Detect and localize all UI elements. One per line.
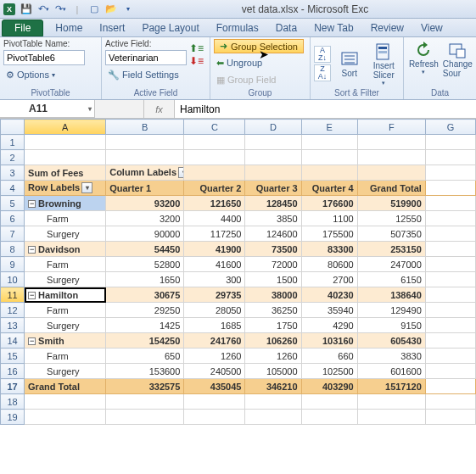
cell[interactable]: 35940: [301, 303, 357, 318]
cell[interactable]: 153600: [106, 364, 184, 379]
cell[interactable]: 176600: [301, 196, 357, 211]
cell[interactable]: [357, 135, 425, 150]
cell[interactable]: 253150: [357, 242, 425, 257]
cell[interactable]: 601600: [357, 364, 425, 379]
cell[interactable]: 6150: [357, 272, 425, 287]
cell[interactable]: Farm: [25, 303, 106, 318]
filter-icon[interactable]: ▾: [81, 182, 92, 193]
cell[interactable]: [357, 165, 425, 181]
tab-file[interactable]: File: [2, 20, 43, 36]
cell[interactable]: Farm: [25, 257, 106, 272]
cell[interactable]: 240500: [184, 364, 245, 379]
cell[interactable]: Quarter 1: [106, 181, 184, 196]
row-header[interactable]: 7: [1, 226, 25, 242]
cell[interactable]: [425, 272, 475, 287]
options-button[interactable]: ⚙ Options ▾: [3, 67, 85, 82]
cell[interactable]: 519900: [357, 196, 425, 211]
cell[interactable]: 129490: [357, 303, 425, 318]
col-header-D[interactable]: D: [245, 120, 301, 135]
cell[interactable]: [425, 135, 475, 150]
collapse-field-icon[interactable]: ⬇≡: [189, 55, 204, 67]
cell[interactable]: 105000: [245, 364, 301, 379]
cell[interactable]: [25, 135, 106, 150]
cell[interactable]: 138640: [357, 287, 425, 303]
cell[interactable]: 3830: [357, 349, 425, 364]
row-header[interactable]: 5: [1, 196, 25, 211]
cell[interactable]: 1685: [184, 318, 245, 333]
cell[interactable]: 346210: [245, 379, 301, 394]
cell[interactable]: 90000: [106, 226, 184, 242]
cell[interactable]: [245, 135, 301, 150]
cell[interactable]: [425, 379, 475, 394]
col-header-F[interactable]: F: [357, 120, 425, 135]
cell[interactable]: Sum of Fees: [25, 165, 106, 181]
undo-icon[interactable]: ↶▾: [36, 2, 51, 17]
row-header[interactable]: 13: [1, 318, 25, 333]
cell[interactable]: Row Labels▾: [25, 181, 106, 196]
cell[interactable]: 403290: [301, 379, 357, 394]
cell[interactable]: 1500: [245, 272, 301, 287]
cell[interactable]: [106, 135, 184, 150]
cell[interactable]: 175500: [301, 226, 357, 242]
cell[interactable]: [301, 165, 357, 181]
cell[interactable]: Surgery: [25, 364, 106, 379]
cell[interactable]: [245, 410, 301, 425]
cell[interactable]: 83300: [301, 242, 357, 257]
tab-page-layout[interactable]: Page Layout: [133, 20, 207, 36]
cell[interactable]: [357, 410, 425, 425]
cell[interactable]: 117250: [184, 226, 245, 242]
spreadsheet-grid[interactable]: A B C D E F G 123Sum of FeesColumn Label…: [0, 119, 476, 425]
cell[interactable]: −Davidson: [25, 242, 106, 257]
cell[interactable]: [425, 150, 475, 165]
cell[interactable]: Quarter 4: [301, 181, 357, 196]
cell[interactable]: 605430: [357, 333, 425, 349]
cell[interactable]: [184, 394, 245, 410]
sort-asc-button[interactable]: AZ↓: [314, 46, 331, 63]
cell[interactable]: 1517120: [357, 379, 425, 394]
cell[interactable]: [425, 394, 475, 410]
cell[interactable]: 332575: [106, 379, 184, 394]
cell[interactable]: 41900: [184, 242, 245, 257]
refresh-button[interactable]: Refresh▾: [407, 39, 440, 75]
cell[interactable]: [245, 150, 301, 165]
row-header[interactable]: 10: [1, 272, 25, 287]
collapse-icon[interactable]: −: [28, 292, 36, 299]
row-header[interactable]: 9: [1, 257, 25, 272]
cell[interactable]: 1425: [106, 318, 184, 333]
cell[interactable]: 93200: [106, 196, 184, 211]
tab-insert[interactable]: Insert: [91, 20, 133, 36]
save-icon[interactable]: 💾: [19, 2, 34, 17]
cell[interactable]: [357, 150, 425, 165]
cell[interactable]: [425, 287, 475, 303]
cell[interactable]: 3850: [245, 211, 301, 226]
row-header[interactable]: 17: [1, 379, 25, 394]
name-box[interactable]: A11 ▾: [0, 100, 95, 118]
cell[interactable]: [184, 410, 245, 425]
cell[interactable]: [425, 196, 475, 211]
cell[interactable]: Surgery: [25, 318, 106, 333]
cell[interactable]: [425, 333, 475, 349]
cell[interactable]: 247000: [357, 257, 425, 272]
cell[interactable]: 1650: [106, 272, 184, 287]
cell[interactable]: [425, 364, 475, 379]
sort-button[interactable]: Sort: [333, 48, 366, 78]
cell[interactable]: [25, 150, 106, 165]
qat-customize-icon[interactable]: ▾: [120, 2, 136, 17]
cell[interactable]: 121650: [184, 196, 245, 211]
group-selection-button[interactable]: ➜ Group Selection ➤: [214, 39, 304, 53]
cell[interactable]: 4290: [301, 318, 357, 333]
col-header-E[interactable]: E: [301, 120, 357, 135]
new-icon[interactable]: ▢: [87, 2, 102, 17]
row-header[interactable]: 8: [1, 242, 25, 257]
cell[interactable]: [425, 242, 475, 257]
cell[interactable]: 102500: [301, 364, 357, 379]
cell[interactable]: 36250: [245, 303, 301, 318]
active-field-input[interactable]: [105, 50, 187, 65]
cell[interactable]: [106, 410, 184, 425]
col-header-C[interactable]: C: [184, 120, 245, 135]
col-header-G[interactable]: G: [425, 120, 475, 135]
cell[interactable]: 41600: [184, 257, 245, 272]
pivottable-name-input[interactable]: [3, 50, 85, 65]
cell[interactable]: [184, 150, 245, 165]
column-headers[interactable]: A B C D E F G: [1, 120, 476, 135]
